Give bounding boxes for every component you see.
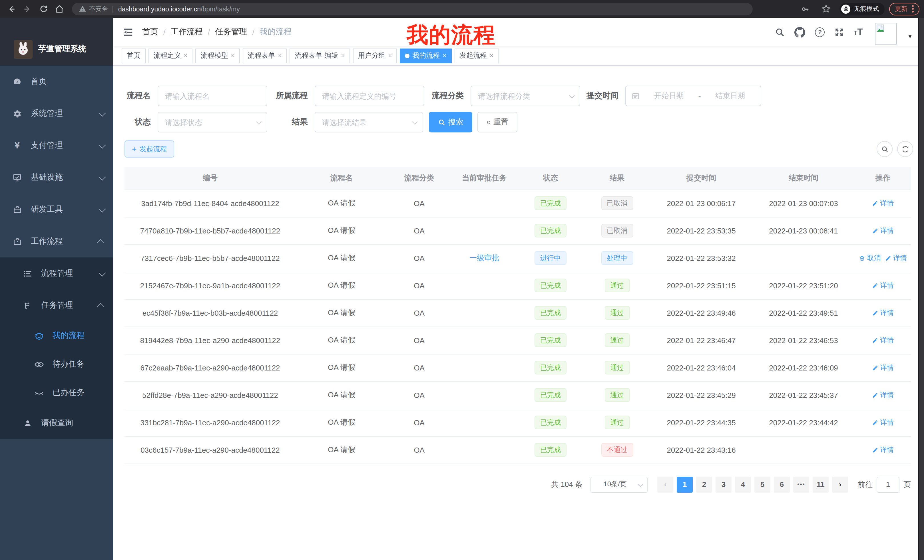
back-icon[interactable] bbox=[4, 2, 18, 16]
sidebar-item-payment[interactable]: ¥ 支付管理 bbox=[0, 130, 113, 162]
fullscreen-icon[interactable] bbox=[834, 27, 844, 37]
breadcrumb-item[interactable]: 首页 bbox=[142, 27, 158, 37]
submit-time-range-picker[interactable]: 开始日期 - 结束日期 bbox=[626, 85, 761, 106]
category-select-input[interactable] bbox=[471, 85, 580, 106]
calendar-icon bbox=[632, 92, 640, 100]
show-search-button[interactable] bbox=[877, 141, 892, 157]
detail-button[interactable]: 详情 bbox=[872, 363, 894, 373]
page-button-11[interactable]: 11 bbox=[813, 476, 829, 493]
sidebar-item-devtools[interactable]: 研发工具 bbox=[0, 193, 113, 226]
prev-page-button[interactable]: ‹ bbox=[657, 476, 673, 493]
tab-start-process[interactable]: 发起流程× bbox=[454, 48, 498, 63]
bookmark-star-icon[interactable] bbox=[819, 2, 832, 16]
reset-button[interactable]: 重置 bbox=[477, 112, 518, 132]
cell-task bbox=[451, 409, 518, 436]
detail-button[interactable]: 详情 bbox=[872, 335, 894, 345]
close-icon[interactable]: × bbox=[184, 52, 188, 59]
close-icon[interactable]: × bbox=[388, 52, 392, 59]
header-search-icon[interactable] bbox=[775, 27, 784, 37]
cell-end-time: 2022-01-22 23:46:53 bbox=[752, 326, 855, 354]
tab-my-process[interactable]: 我的流程× bbox=[400, 48, 452, 63]
sidebar-item-todo-tasks[interactable]: 待办任务 bbox=[0, 350, 113, 379]
search-button[interactable]: 搜索 bbox=[429, 112, 472, 132]
gear-icon bbox=[11, 109, 23, 118]
detail-button[interactable]: 详情 bbox=[872, 445, 894, 455]
page-button-5[interactable]: 5 bbox=[754, 476, 770, 493]
page-button-6[interactable]: 6 bbox=[774, 476, 790, 493]
process-name-input[interactable] bbox=[158, 85, 267, 106]
sidebar-logo[interactable]: 芋道管理系统 bbox=[0, 18, 113, 66]
sidebar-item-home[interactable]: 首页 bbox=[0, 66, 113, 97]
browser-toolbar: 不安全 dashboard.yudao.iocoder.cn/bpm/task/… bbox=[0, 0, 924, 18]
status-select[interactable] bbox=[158, 112, 267, 132]
category-select[interactable] bbox=[471, 85, 580, 106]
detail-button[interactable]: 详情 bbox=[872, 226, 894, 235]
tab-home[interactable]: 首页 bbox=[122, 48, 146, 63]
col-header-result: 结果 bbox=[584, 167, 651, 190]
sidebar-item-my-process[interactable]: 我的流程 bbox=[0, 321, 113, 350]
page-button-3[interactable]: 3 bbox=[716, 476, 732, 493]
page-size-select[interactable] bbox=[591, 476, 648, 493]
detail-button[interactable]: 详情 bbox=[885, 253, 907, 263]
breadcrumb-item[interactable]: 任务管理 bbox=[215, 27, 247, 37]
password-key-icon[interactable] bbox=[798, 2, 812, 16]
sidebar-item-task-mgmt[interactable]: 任务管理 bbox=[0, 289, 113, 321]
refresh-button[interactable] bbox=[897, 141, 913, 157]
tab-process-model[interactable]: 流程模型× bbox=[196, 48, 240, 63]
status-select-input[interactable] bbox=[158, 112, 267, 132]
goto-page-input[interactable] bbox=[877, 476, 900, 493]
detail-button[interactable]: 详情 bbox=[872, 281, 894, 290]
sidebar-item-label: 基础设施 bbox=[31, 172, 63, 183]
tags-view: 首页 流程定义× 流程模型× 流程表单× 流程表单-编辑× 用户分组× 我的流程… bbox=[113, 46, 924, 66]
address-bar[interactable]: 不安全 dashboard.yudao.iocoder.cn/bpm/task/… bbox=[72, 3, 753, 15]
sidebar-item-done-tasks[interactable]: 已办任务 bbox=[0, 379, 113, 407]
detail-button[interactable]: 详情 bbox=[872, 418, 894, 427]
sidebar-item-workflow[interactable]: 工作流程 bbox=[0, 226, 113, 258]
tab-user-group[interactable]: 用户分组× bbox=[353, 48, 397, 63]
font-size-icon[interactable]: TT bbox=[854, 27, 863, 37]
cell-task bbox=[451, 326, 518, 354]
create-process-button[interactable]: + 发起流程 bbox=[124, 141, 174, 157]
page-button-1[interactable]: 1 bbox=[677, 476, 693, 493]
close-icon[interactable]: × bbox=[231, 52, 235, 59]
close-icon[interactable]: × bbox=[278, 52, 282, 59]
detail-button[interactable]: 详情 bbox=[872, 308, 894, 318]
tab-process-form[interactable]: 流程表单× bbox=[243, 48, 287, 63]
browser-menu-icon[interactable] bbox=[912, 5, 914, 13]
github-icon[interactable] bbox=[794, 27, 805, 37]
active-dot bbox=[405, 53, 410, 58]
result-select[interactable] bbox=[315, 112, 423, 132]
forward-icon[interactable] bbox=[21, 2, 34, 16]
sidebar-item-leave-query[interactable]: 请假查询 bbox=[0, 407, 113, 439]
breadcrumb-item[interactable]: 工作流程 bbox=[171, 27, 203, 37]
result-select-input[interactable] bbox=[315, 112, 423, 132]
home-icon[interactable] bbox=[52, 2, 66, 16]
process-definition-input[interactable] bbox=[315, 85, 424, 106]
page-size-input[interactable] bbox=[591, 476, 648, 493]
avatar-caret-icon[interactable]: ▼ bbox=[908, 34, 913, 39]
chrome-update-button[interactable]: 更新 bbox=[889, 3, 920, 15]
next-page-button[interactable]: › bbox=[832, 476, 848, 493]
cell-name: OA 请假 bbox=[296, 217, 387, 244]
page-button-2[interactable]: 2 bbox=[696, 476, 712, 493]
help-icon[interactable]: ? bbox=[815, 27, 825, 37]
sidebar-item-infra[interactable]: 基础设施 bbox=[0, 162, 113, 193]
tab-process-form-edit[interactable]: 流程表单-编辑× bbox=[290, 48, 350, 63]
sidebar-item-system[interactable]: 系统管理 bbox=[0, 97, 113, 130]
reload-icon[interactable] bbox=[36, 2, 50, 16]
more-pages-button[interactable]: ••• bbox=[793, 476, 809, 493]
close-icon[interactable]: × bbox=[490, 52, 494, 59]
sidebar-item-process-mgmt[interactable]: 流程管理 bbox=[0, 258, 113, 289]
cell-submit-time: 2022-01-22 23:43:16 bbox=[651, 436, 752, 464]
filter-category-label: 流程分类 bbox=[429, 91, 464, 101]
page-button-4[interactable]: 4 bbox=[735, 476, 751, 493]
sidebar-fold-icon[interactable] bbox=[123, 27, 134, 37]
close-icon[interactable]: × bbox=[341, 52, 345, 59]
detail-button[interactable]: 详情 bbox=[872, 390, 894, 400]
avatar[interactable] bbox=[875, 23, 897, 45]
close-icon[interactable]: × bbox=[442, 52, 446, 59]
tab-process-definition[interactable]: 流程定义× bbox=[148, 48, 193, 63]
current-task-link[interactable]: 一级审批 bbox=[470, 253, 499, 262]
detail-button[interactable]: 详情 bbox=[872, 198, 894, 208]
cancel-button[interactable]: 取消 bbox=[859, 253, 880, 263]
